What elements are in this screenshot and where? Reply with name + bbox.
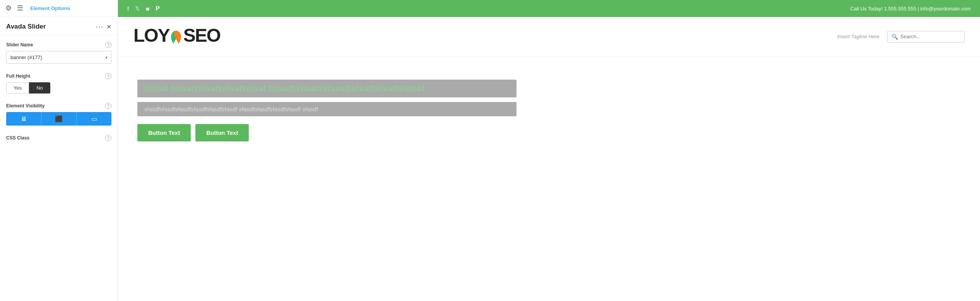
gear-button[interactable]: ⚙ (5, 4, 12, 12)
close-button[interactable]: ✕ (106, 23, 111, 31)
mobile-icon: ▭ (91, 115, 97, 122)
slide-button-1[interactable]: Button Text (137, 124, 191, 141)
social-icons: f 𝕏 ■ 𝗣 (127, 5, 160, 12)
preview-area: f 𝕏 ■ 𝗣 Call Us Today! 1.555.555.555 | i… (118, 0, 980, 301)
twitter-icon[interactable]: 𝕏 (135, 5, 140, 12)
panel-title-actions: ⋯ ✕ (96, 22, 111, 31)
full-height-help-icon[interactable]: ? (105, 73, 111, 79)
filter-button[interactable]: ☰ (17, 4, 23, 12)
element-options-label: Element Options (30, 5, 70, 11)
visibility-desktop-button[interactable]: 🖥 (6, 112, 41, 126)
visibility-mobile-button[interactable]: ▭ (76, 112, 111, 126)
panel-toolbar: ⚙ ☰ Element Options (0, 0, 118, 17)
tablet-icon: ⬛ (55, 115, 63, 122)
slide-button-2[interactable]: Button Text (195, 124, 249, 141)
full-height-group: Full Height ? Yes No (6, 73, 111, 94)
slide-subtext: sfasdfsfasdfsfasdfsfasdfsfasdfsfasdf sfa… (137, 102, 517, 116)
more-button[interactable]: ⋯ (96, 22, 103, 31)
css-class-group: CSS Class ? (6, 135, 111, 141)
panel-title: Avada Slider (6, 23, 46, 31)
full-height-no-button[interactable]: No (29, 82, 50, 94)
left-panel: ⚙ ☰ Element Options Avada Slider ⋯ ✕ Sli… (0, 0, 118, 301)
slider-name-help-icon[interactable]: ? (105, 42, 111, 48)
slider-name-select-wrapper: banner (#177) ▾ (6, 51, 111, 64)
slide-buttons: Button Text Button Text (137, 124, 517, 141)
slide-heading-text: tstsat tstsattstsattsfsattstsat tstsatts… (144, 83, 510, 94)
full-height-toggle: Yes No (6, 82, 111, 94)
css-class-label: CSS Class ? (6, 135, 111, 141)
header-right: Insert Tagline Here 🔍 (837, 31, 965, 43)
visibility-tablet-button[interactable]: ⬛ (41, 112, 76, 126)
desktop-icon: 🖥 (21, 116, 27, 122)
element-visibility-label: Element Visibility ? (6, 103, 111, 109)
slider-name-group: Slider Name ? banner (#177) ▾ (6, 42, 111, 64)
element-visibility-help-icon[interactable]: ? (105, 103, 111, 109)
panel-title-bar: Avada Slider ⋯ ✕ (0, 17, 118, 36)
search-input[interactable] (900, 34, 954, 39)
search-box: 🔍 (887, 31, 965, 43)
main-content: tstsat tstsattstsattsfsattstsat tstsatts… (118, 56, 980, 301)
tagline: Insert Tagline Here (837, 34, 879, 39)
full-height-label: Full Height ? (6, 73, 111, 79)
slide-subtext-text: sfasdfsfasdfsfasdfsfasdfsfasdfsfasdf sfa… (144, 106, 510, 112)
slider-banner: tstsat tstsattstsattsfsattstsat tstsatts… (137, 80, 517, 141)
visibility-toggle-group: 🖥 ⬛ ▭ (6, 112, 111, 126)
slider-name-label: Slider Name ? (6, 42, 111, 48)
logo-area: LOYSEO (133, 26, 220, 47)
panel-content: Slider Name ? banner (#177) ▾ Full Heigh… (0, 36, 118, 301)
site-header: LOYSEO Insert Tagline Here 🔍 (118, 17, 980, 56)
full-height-yes-button[interactable]: Yes (6, 82, 29, 94)
search-icon: 🔍 (891, 34, 898, 40)
contact-info: Call Us Today! 1.555.555.555 | info@your… (850, 6, 971, 12)
css-class-help-icon[interactable]: ? (105, 135, 111, 141)
pinterest-icon[interactable]: 𝗣 (156, 5, 160, 12)
top-bar: f 𝕏 ■ 𝗣 Call Us Today! 1.555.555.555 | i… (118, 0, 980, 17)
element-visibility-group: Element Visibility ? 🖥 ⬛ ▭ (6, 103, 111, 126)
slider-name-select[interactable]: banner (#177) (6, 51, 111, 64)
logo: LOYSEO (133, 26, 220, 47)
instagram-icon[interactable]: ■ (146, 5, 149, 12)
slide-heading: tstsat tstsattstsattsfsattstsat tstsatts… (137, 80, 517, 97)
facebook-icon[interactable]: f (127, 5, 129, 12)
